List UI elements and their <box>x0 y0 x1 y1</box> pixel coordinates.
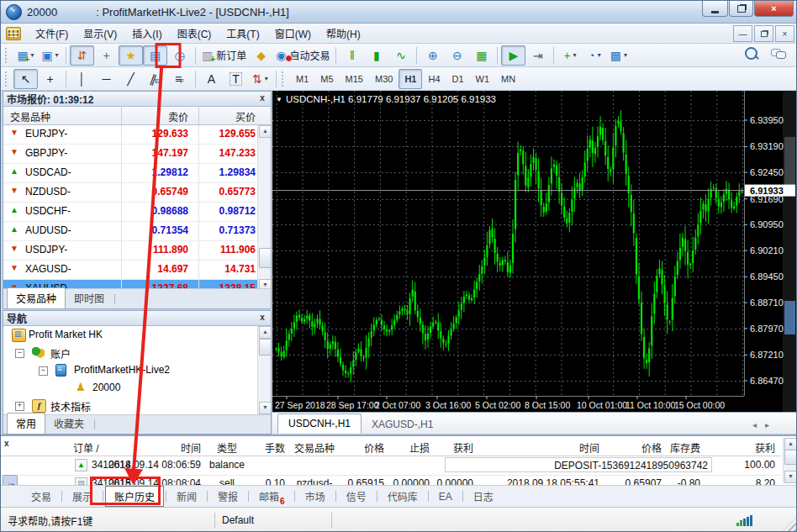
toolbar-grip[interactable] <box>5 71 10 87</box>
mdi-restore-button[interactable] <box>754 25 773 42</box>
mdi-close-button[interactable]: × <box>775 25 794 42</box>
terminal-tab-active[interactable]: 账户历史 <box>105 486 164 507</box>
zoom-out-button[interactable]: ⊖ <box>445 45 469 66</box>
terminal-tab-inactive[interactable]: 市场 <box>297 487 334 506</box>
navigator-button[interactable]: ★ <box>119 45 143 66</box>
mdi-minimize-button[interactable]: — <box>733 25 752 42</box>
autotrading-button[interactable]: ◉自动交易 <box>273 45 332 66</box>
menu-item[interactable]: 显示(V) <box>76 26 124 43</box>
menu-item[interactable]: 图表(C) <box>170 26 219 43</box>
restore-button[interactable] <box>729 1 753 17</box>
timeframe-m1-button[interactable]: M1 <box>290 69 314 89</box>
status-profile[interactable]: Default <box>215 514 331 526</box>
timeframe-w1-button[interactable]: W1 <box>470 69 496 89</box>
periods-button[interactable]: ◔▾ <box>582 45 606 66</box>
terminal-tab-inactive[interactable]: 展示 <box>64 487 101 506</box>
terminal-tab-inactive[interactable]: 信号 <box>338 487 375 506</box>
label-tool-button[interactable]: T <box>224 69 248 89</box>
timeframe-mn-button[interactable]: MN <box>495 69 521 89</box>
channel-tool-button[interactable]: ∥E <box>143 69 167 89</box>
timeframe-m5-button[interactable]: M5 <box>314 69 339 89</box>
fibonacci-tool-button[interactable]: ≡F <box>167 69 192 89</box>
chart-tab-active[interactable]: USDCNH-,H1 <box>277 413 362 434</box>
market-watch-row[interactable]: ▲USDCAD-1.298121.29834 <box>3 164 271 183</box>
strategy-tester-button[interactable]: ◷ <box>167 45 192 66</box>
navigator-item[interactable]: +f技术指标 <box>3 397 271 414</box>
terminal-tab-inactive[interactable]: 交易 <box>23 487 60 506</box>
minimize-button[interactable] <box>702 1 728 17</box>
collapse-icon[interactable]: − <box>15 349 24 358</box>
data-window-button[interactable]: + <box>94 45 119 66</box>
toolbar-grip[interactable] <box>5 48 10 63</box>
market-watch-row[interactable]: ▼NZDUSD-0.657490.65773 <box>3 183 271 203</box>
navigator-item[interactable]: −账户 <box>3 344 271 361</box>
market-watch-row[interactable]: ▲USDCHF-0.986880.98712 <box>3 203 271 222</box>
terminal-row[interactable]: ▤34106152018.09.14 08:08:04sell0.10nzdus… <box>1 475 781 485</box>
timeframe-m15-button[interactable]: M15 <box>340 69 369 89</box>
profiles-button[interactable]: ▣▾ <box>38 45 62 66</box>
scrollbar-thumb[interactable] <box>784 450 797 465</box>
navigator-tab-inactive[interactable]: 收藏夹 <box>45 413 92 434</box>
menu-item[interactable]: 帮助(H) <box>319 26 368 43</box>
market-watch-tab-inactive[interactable]: 即时图 <box>66 288 113 308</box>
resize-grip[interactable] <box>783 518 796 531</box>
market-watch-scrollbar[interactable]: ▲▼ <box>257 125 271 292</box>
chart-shift-button[interactable]: ⇥ <box>525 45 550 66</box>
indicators-button[interactable]: +▾ <box>557 45 582 66</box>
trendline-tool-button[interactable]: ╱ <box>119 69 143 89</box>
menu-item[interactable]: 工具(T) <box>219 26 267 43</box>
navigator-scrollbar[interactable]: ▲▼ <box>257 326 271 414</box>
market-watch-row[interactable]: ▼XAGUSD-14.69714.731 <box>3 261 271 280</box>
timeframe-h1-button[interactable]: H1 <box>398 69 422 89</box>
terminal-tab-inactive[interactable]: 日志 <box>465 487 502 506</box>
terminal-tab-inactive[interactable]: EA <box>430 488 461 505</box>
bar-mode-button[interactable]: ‖ <box>340 45 364 66</box>
menu-item[interactable]: 窗口(W) <box>267 26 319 43</box>
chat-icon[interactable] <box>771 49 784 58</box>
close-button[interactable]: × <box>754 1 794 17</box>
menu-item[interactable]: 文件(F) <box>28 26 76 43</box>
terminal-tab-inactive[interactable]: 警报 <box>209 487 246 506</box>
market-watch-close-icon[interactable]: x <box>257 94 267 104</box>
tile-windows-button[interactable]: ▦ <box>469 45 494 66</box>
collapse-icon[interactable]: − <box>39 366 48 376</box>
market-watch-tab-active[interactable]: 交易品种 <box>7 287 66 308</box>
navigator-tab-active[interactable]: 常用 <box>7 413 45 434</box>
timeframe-m30-button[interactable]: M30 <box>369 69 398 89</box>
toolbar-grip[interactable] <box>282 71 287 87</box>
shapes-tool-button[interactable]: ⇅▾ <box>248 69 272 89</box>
scroll-down-icon[interactable]: ▼ <box>784 471 797 483</box>
timeframe-d1-button[interactable]: D1 <box>446 69 470 89</box>
candle-mode-button[interactable]: ▮ <box>364 45 388 66</box>
menu-item[interactable]: 插入(I) <box>124 26 169 43</box>
timeframe-h4-button[interactable]: H4 <box>422 69 446 89</box>
navigator-item[interactable]: Profit Market HK <box>3 326 271 344</box>
scroll-down-icon[interactable]: ▼ <box>259 402 271 414</box>
text-tool-button[interactable]: A <box>199 69 224 89</box>
navigator-item[interactable]: ♟20000 <box>3 379 271 397</box>
navigator-item[interactable]: −ProfitMarketHK-Live2 <box>3 361 271 379</box>
new-chart-button[interactable]: ▦+▾ <box>13 45 38 66</box>
metaeditor-button[interactable]: ◆ <box>249 45 273 66</box>
market-watch-button[interactable]: ⇵ <box>70 45 94 66</box>
navigator-close-icon[interactable]: x <box>257 313 267 324</box>
new-order-button[interactable]: ▥+新订单 <box>199 45 249 66</box>
market-watch-row[interactable]: ▼USDJPY-111.890111.906 <box>3 241 271 261</box>
line-mode-button[interactable]: ∿ <box>388 45 413 66</box>
cursor-tool-button[interactable]: ↖ <box>13 69 38 89</box>
terminal-tab-inactive[interactable]: 新闻 <box>168 487 205 506</box>
templates-button[interactable]: ▩▾ <box>606 45 631 66</box>
scroll-up-icon[interactable]: ▲ <box>259 326 271 339</box>
search-icon[interactable] <box>745 47 757 60</box>
chart-tab-inactive[interactable]: XAGUSD-,H1 <box>362 415 443 434</box>
vline-tool-button[interactable]: │ <box>70 69 94 89</box>
terminal-button[interactable]: ▤ <box>143 45 167 66</box>
market-watch-row[interactable]: ▼GBPJPY-147.197147.233 <box>3 145 271 164</box>
scrollbar-thumb[interactable] <box>259 248 271 268</box>
market-watch-row[interactable]: ▼EURJPY-129.633129.655 <box>3 125 271 145</box>
terminal-tab-inactive[interactable]: 邮箱6 <box>251 487 293 506</box>
scrollbar-thumb[interactable] <box>259 339 271 356</box>
scroll-up-icon[interactable]: ▲ <box>784 438 797 450</box>
price-chart[interactable]: 6.939506.931906.924506.916906.909506.902… <box>272 91 797 412</box>
scroll-up-icon[interactable]: ▲ <box>259 125 271 138</box>
